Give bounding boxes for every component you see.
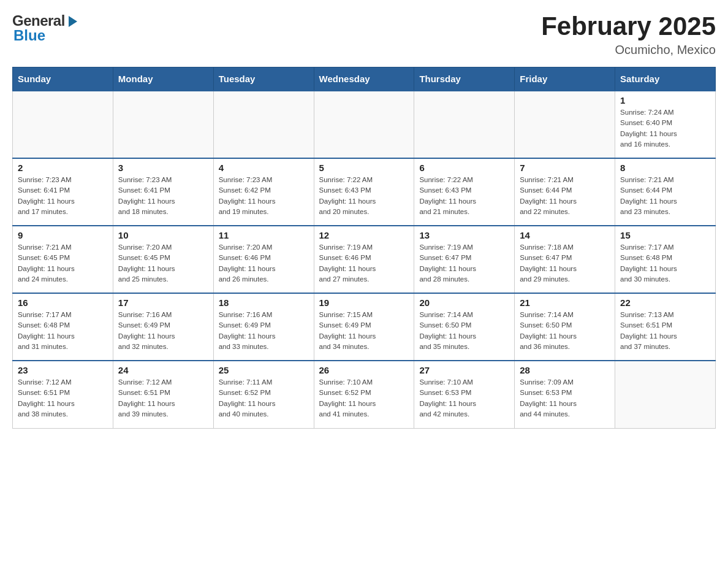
- table-cell: 19Sunrise: 7:15 AM Sunset: 6:49 PM Dayli…: [314, 293, 414, 361]
- calendar-header-row: Sunday Monday Tuesday Wednesday Thursday…: [13, 67, 716, 91]
- table-cell: 13Sunrise: 7:19 AM Sunset: 6:47 PM Dayli…: [414, 226, 515, 293]
- day-number: 25: [219, 365, 309, 375]
- header-friday: Friday: [515, 67, 615, 91]
- day-info: Sunrise: 7:22 AM Sunset: 6:43 PM Dayligh…: [419, 175, 509, 217]
- day-number: 24: [118, 365, 208, 375]
- day-info: Sunrise: 7:23 AM Sunset: 6:41 PM Dayligh…: [118, 175, 208, 217]
- day-info: Sunrise: 7:13 AM Sunset: 6:51 PM Dayligh…: [620, 310, 710, 352]
- day-number: 16: [18, 297, 108, 308]
- day-info: Sunrise: 7:22 AM Sunset: 6:43 PM Dayligh…: [319, 175, 409, 217]
- day-number: 7: [520, 163, 610, 173]
- day-info: Sunrise: 7:10 AM Sunset: 6:52 PM Dayligh…: [319, 377, 409, 419]
- day-info: Sunrise: 7:23 AM Sunset: 6:42 PM Dayligh…: [219, 175, 309, 217]
- day-info: Sunrise: 7:15 AM Sunset: 6:49 PM Dayligh…: [319, 310, 409, 352]
- logo-blue-text: Blue: [13, 27, 45, 44]
- day-info: Sunrise: 7:19 AM Sunset: 6:47 PM Dayligh…: [419, 242, 509, 285]
- table-cell: 20Sunrise: 7:14 AM Sunset: 6:50 PM Dayli…: [414, 293, 515, 361]
- week-row-4: 16Sunrise: 7:17 AM Sunset: 6:48 PM Dayli…: [13, 293, 716, 361]
- location-title: Ocumicho, Mexico: [541, 43, 716, 57]
- day-info: Sunrise: 7:12 AM Sunset: 6:51 PM Dayligh…: [118, 377, 208, 419]
- day-number: 9: [18, 230, 108, 240]
- day-info: Sunrise: 7:17 AM Sunset: 6:48 PM Dayligh…: [620, 242, 710, 285]
- day-info: Sunrise: 7:10 AM Sunset: 6:53 PM Dayligh…: [419, 377, 509, 419]
- week-row-1: 1Sunrise: 7:24 AM Sunset: 6:40 PM Daylig…: [13, 91, 716, 158]
- table-cell: 24Sunrise: 7:12 AM Sunset: 6:51 PM Dayli…: [113, 361, 213, 428]
- table-cell: 9Sunrise: 7:21 AM Sunset: 6:45 PM Daylig…: [13, 226, 113, 293]
- day-number: 3: [118, 163, 208, 173]
- week-row-5: 23Sunrise: 7:12 AM Sunset: 6:51 PM Dayli…: [13, 361, 716, 428]
- day-info: Sunrise: 7:20 AM Sunset: 6:46 PM Dayligh…: [219, 242, 309, 285]
- header-wednesday: Wednesday: [314, 67, 414, 91]
- day-number: 18: [219, 297, 309, 308]
- day-number: 19: [319, 297, 409, 308]
- table-cell: [213, 91, 314, 158]
- day-number: 11: [219, 230, 309, 240]
- table-cell: [515, 91, 615, 158]
- page-header: General Blue February 2025 Ocumicho, Mex…: [12, 12, 716, 57]
- day-number: 21: [520, 297, 610, 308]
- day-info: Sunrise: 7:24 AM Sunset: 6:40 PM Dayligh…: [620, 107, 710, 150]
- header-thursday: Thursday: [414, 67, 515, 91]
- day-number: 26: [319, 365, 409, 375]
- table-cell: 21Sunrise: 7:14 AM Sunset: 6:50 PM Dayli…: [515, 293, 615, 361]
- day-number: 4: [219, 163, 309, 173]
- day-info: Sunrise: 7:17 AM Sunset: 6:48 PM Dayligh…: [18, 310, 108, 352]
- day-number: 8: [620, 163, 710, 173]
- table-cell: 27Sunrise: 7:10 AM Sunset: 6:53 PM Dayli…: [414, 361, 515, 428]
- day-number: 22: [620, 297, 710, 308]
- day-number: 27: [419, 365, 509, 375]
- day-info: Sunrise: 7:16 AM Sunset: 6:49 PM Dayligh…: [219, 310, 309, 352]
- day-info: Sunrise: 7:21 AM Sunset: 6:44 PM Dayligh…: [520, 175, 610, 217]
- table-cell: 3Sunrise: 7:23 AM Sunset: 6:41 PM Daylig…: [113, 158, 213, 226]
- day-number: 20: [419, 297, 509, 308]
- day-number: 15: [620, 230, 710, 240]
- week-row-2: 2Sunrise: 7:23 AM Sunset: 6:41 PM Daylig…: [13, 158, 716, 226]
- day-number: 10: [118, 230, 208, 240]
- day-info: Sunrise: 7:12 AM Sunset: 6:51 PM Dayligh…: [18, 377, 108, 419]
- day-info: Sunrise: 7:09 AM Sunset: 6:53 PM Dayligh…: [520, 377, 610, 419]
- table-cell: 22Sunrise: 7:13 AM Sunset: 6:51 PM Dayli…: [615, 293, 716, 361]
- day-info: Sunrise: 7:16 AM Sunset: 6:49 PM Dayligh…: [118, 310, 208, 352]
- week-row-3: 9Sunrise: 7:21 AM Sunset: 6:45 PM Daylig…: [13, 226, 716, 293]
- month-title: February 2025: [541, 12, 716, 40]
- table-cell: 4Sunrise: 7:23 AM Sunset: 6:42 PM Daylig…: [213, 158, 314, 226]
- day-number: 6: [419, 163, 509, 173]
- day-info: Sunrise: 7:21 AM Sunset: 6:45 PM Dayligh…: [18, 242, 108, 285]
- table-cell: 25Sunrise: 7:11 AM Sunset: 6:52 PM Dayli…: [213, 361, 314, 428]
- table-cell: [13, 91, 113, 158]
- table-cell: 1Sunrise: 7:24 AM Sunset: 6:40 PM Daylig…: [615, 91, 716, 158]
- day-info: Sunrise: 7:14 AM Sunset: 6:50 PM Dayligh…: [520, 310, 610, 352]
- table-cell: [414, 91, 515, 158]
- day-number: 28: [520, 365, 610, 375]
- table-cell: 23Sunrise: 7:12 AM Sunset: 6:51 PM Dayli…: [13, 361, 113, 428]
- header-monday: Monday: [113, 67, 213, 91]
- table-cell: 7Sunrise: 7:21 AM Sunset: 6:44 PM Daylig…: [515, 158, 615, 226]
- table-cell: [314, 91, 414, 158]
- table-cell: 12Sunrise: 7:19 AM Sunset: 6:46 PM Dayli…: [314, 226, 414, 293]
- day-number: 17: [118, 297, 208, 308]
- day-number: 13: [419, 230, 509, 240]
- day-info: Sunrise: 7:20 AM Sunset: 6:45 PM Dayligh…: [118, 242, 208, 285]
- table-cell: 5Sunrise: 7:22 AM Sunset: 6:43 PM Daylig…: [314, 158, 414, 226]
- table-cell: 10Sunrise: 7:20 AM Sunset: 6:45 PM Dayli…: [113, 226, 213, 293]
- table-cell: [113, 91, 213, 158]
- table-cell: 11Sunrise: 7:20 AM Sunset: 6:46 PM Dayli…: [213, 226, 314, 293]
- table-cell: 18Sunrise: 7:16 AM Sunset: 6:49 PM Dayli…: [213, 293, 314, 361]
- table-cell: 6Sunrise: 7:22 AM Sunset: 6:43 PM Daylig…: [414, 158, 515, 226]
- day-info: Sunrise: 7:21 AM Sunset: 6:44 PM Dayligh…: [620, 175, 710, 217]
- day-number: 5: [319, 163, 409, 173]
- header-sunday: Sunday: [13, 67, 113, 91]
- calendar-table: Sunday Monday Tuesday Wednesday Thursday…: [12, 67, 716, 429]
- table-cell: 26Sunrise: 7:10 AM Sunset: 6:52 PM Dayli…: [314, 361, 414, 428]
- day-number: 23: [18, 365, 108, 375]
- title-area: February 2025 Ocumicho, Mexico: [541, 12, 716, 57]
- header-saturday: Saturday: [615, 67, 716, 91]
- day-info: Sunrise: 7:11 AM Sunset: 6:52 PM Dayligh…: [219, 377, 309, 419]
- logo: General Blue: [12, 12, 80, 44]
- day-info: Sunrise: 7:14 AM Sunset: 6:50 PM Dayligh…: [419, 310, 509, 352]
- table-cell: 14Sunrise: 7:18 AM Sunset: 6:47 PM Dayli…: [515, 226, 615, 293]
- day-number: 14: [520, 230, 610, 240]
- day-info: Sunrise: 7:19 AM Sunset: 6:46 PM Dayligh…: [319, 242, 409, 285]
- table-cell: 28Sunrise: 7:09 AM Sunset: 6:53 PM Dayli…: [515, 361, 615, 428]
- day-info: Sunrise: 7:18 AM Sunset: 6:47 PM Dayligh…: [520, 242, 610, 285]
